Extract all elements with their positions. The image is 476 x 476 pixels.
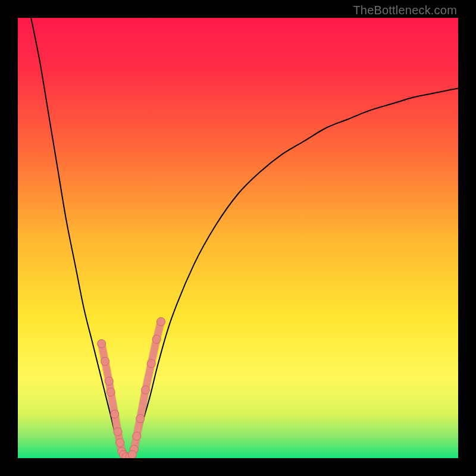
chart-stage: TheBottleneck.com — [0, 0, 476, 476]
marker-dot — [116, 439, 124, 447]
marker-dot — [157, 318, 165, 326]
marker-dot — [107, 388, 115, 396]
marker-dot — [111, 410, 119, 418]
marker-dot — [105, 377, 113, 386]
marker-dot — [142, 386, 150, 394]
watermark-text: TheBottleneck.com — [353, 4, 457, 17]
marker-dot — [101, 357, 109, 365]
curve-right-branch — [133, 88, 458, 453]
marker-dot — [98, 340, 106, 348]
plot-area — [18, 18, 458, 458]
marker-dot — [152, 335, 161, 343]
curve-layer — [18, 18, 458, 458]
marker-dot — [128, 450, 136, 458]
marker-dot — [114, 428, 122, 436]
marker-dot — [147, 359, 155, 368]
marker-dot — [136, 414, 145, 422]
marker-dot — [133, 432, 141, 440]
